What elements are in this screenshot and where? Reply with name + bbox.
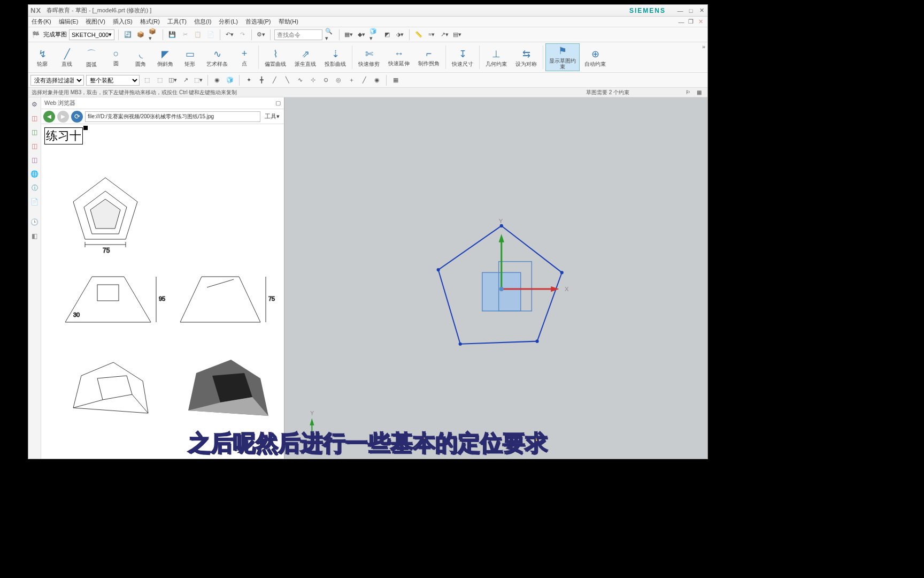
menu-help[interactable]: 帮助(H) [279, 18, 298, 26]
rail-web-icon[interactable]: 🌐 [30, 169, 40, 179]
rail-history-icon[interactable]: 🕒 [30, 217, 40, 227]
snap-icon-4[interactable]: ╲ [282, 75, 292, 86]
rail-part-nav-icon[interactable]: ◫ [30, 113, 40, 123]
finish-sketch-label[interactable]: 完成草图 [43, 31, 67, 39]
ribbon-圆角[interactable]: ◟圆角 [129, 43, 152, 71]
ribbon-快速延伸[interactable]: ↔快速延伸 [384, 43, 413, 71]
ft-icon-6[interactable]: ◉ [212, 75, 222, 86]
ribbon-偏置曲线[interactable]: ⌇偏置曲线 [261, 43, 290, 71]
tb-icon-clip[interactable]: ⬗▾ [395, 29, 405, 40]
snap-icon-3[interactable]: ╱ [269, 75, 280, 86]
ribbon-投影曲线[interactable]: ⇣投影曲线 [321, 43, 350, 71]
ft-icon-5[interactable]: ⬚▾ [193, 75, 204, 86]
tb-icon-measure[interactable]: 📏 [413, 29, 424, 40]
rail-reuse-icon[interactable]: ◫ [30, 155, 40, 165]
rail-info-icon[interactable]: ⓘ [30, 183, 40, 193]
panel-close-icon[interactable]: ▢ [275, 100, 281, 107]
ft-icon-7[interactable]: 🧊 [225, 75, 235, 86]
snap-icon-9[interactable]: ＋ [346, 75, 357, 86]
tb-icon-dim[interactable]: ↗▾ [439, 29, 450, 40]
menu-prefs[interactable]: 首选项(P) [245, 18, 271, 26]
ribbon-快速修剪[interactable]: ✄快速修剪 [355, 43, 383, 71]
menu-view[interactable]: 视图(V) [86, 18, 105, 26]
ribbon-显示草图约束[interactable]: ⚑显示草图约 束 [545, 43, 580, 71]
snap-icon-11[interactable]: ◉ [372, 75, 382, 86]
rail-sheet-icon[interactable]: 📄 [30, 197, 40, 207]
tb-icon-gear[interactable]: ⚙▾ [256, 29, 266, 40]
nav-back-button[interactable]: ◄ [43, 111, 55, 123]
menu-analysis[interactable]: 分析(L) [219, 18, 237, 26]
tb-icon-section[interactable]: ◩ [382, 29, 392, 40]
ribbon-派生直线[interactable]: ⇗派生直线 [291, 43, 320, 71]
tb-icon-3[interactable]: 📦▾ [148, 29, 159, 40]
ribbon-快速尺寸[interactable]: ↧快速尺寸 [448, 43, 477, 71]
snap-icon-7[interactable]: ⊙ [320, 75, 331, 86]
tb-icon-cube[interactable]: 🧊▾ [369, 29, 380, 40]
ribbon-label: 倒斜角 [157, 61, 173, 67]
rail-constraint-icon[interactable]: ◫ [30, 141, 40, 151]
ribbon-icon: ⌒ [87, 48, 96, 60]
ribbon-设为对称[interactable]: ⇆设为对称 [512, 43, 541, 71]
status-table-icon[interactable]: ▦ [694, 87, 704, 98]
menu-format[interactable]: 格式(R) [140, 18, 160, 26]
ft-icon-2[interactable]: ⬚ [155, 75, 165, 86]
selection-filter-dropdown[interactable]: 没有选择过滤器 [30, 75, 84, 86]
ribbon-overflow-icon[interactable]: » [702, 43, 705, 50]
ft-icon-1[interactable]: ⬚ [142, 75, 152, 86]
tb-icon-shade[interactable]: ◆▾ [356, 29, 367, 40]
browser-tools-dropdown[interactable]: 工具▾ [263, 112, 282, 120]
minimize-button[interactable]: — [676, 7, 684, 14]
maximize-button[interactable]: □ [687, 7, 695, 14]
ribbon-直线[interactable]: ╱直线 [55, 43, 79, 71]
rail-settings-icon[interactable]: ⚙ [30, 100, 40, 109]
snap-icon-6[interactable]: ⊹ [307, 75, 318, 86]
ribbon-圆[interactable]: ○圆 [104, 43, 128, 71]
tb-icon-layer[interactable]: ▤▾ [452, 29, 463, 40]
nav-forward-button[interactable]: ► [57, 111, 69, 123]
tb-icon-1[interactable]: 🔄 [122, 29, 133, 40]
tb-icon-layout[interactable]: ▦▾ [343, 29, 354, 40]
mdi-close[interactable]: ✕ [697, 18, 704, 26]
ribbon-艺术样条[interactable]: ∿艺术样条 [203, 43, 232, 71]
ribbon-圆弧[interactable]: ⌒圆弧 [80, 43, 103, 71]
ft-icon-3[interactable]: ◫▾ [167, 75, 178, 86]
undo-icon[interactable]: ↶▾ [224, 29, 235, 40]
ribbon-点[interactable]: +点 [233, 43, 256, 71]
mdi-restore[interactable]: ❐ [687, 18, 695, 26]
snap-icon-5[interactable]: ∿ [295, 75, 305, 86]
ribbon-倒斜角[interactable]: ◤倒斜角 [153, 43, 177, 71]
snap-icon-1[interactable]: ✦ [243, 75, 254, 86]
close-button[interactable]: ✕ [698, 7, 705, 14]
rail-assembly-icon[interactable]: ◫ [30, 127, 40, 137]
status-flag-icon[interactable]: 🏳 [683, 87, 694, 98]
tb-icon-analyze[interactable]: ≈▾ [426, 29, 437, 40]
menu-insert[interactable]: 插入(S) [113, 18, 133, 26]
menu-task[interactable]: 任务(K) [32, 18, 51, 26]
menu-edit[interactable]: 编辑(E) [59, 18, 79, 26]
snap-icon-2[interactable]: ╋ [256, 75, 267, 86]
scope-filter-dropdown[interactable]: 整个装配 [86, 75, 140, 86]
snap-icon-8[interactable]: ◎ [333, 75, 344, 86]
save-icon[interactable]: 💾 [167, 29, 178, 40]
ribbon-几何约束[interactable]: ⊥几何约束 [482, 43, 511, 71]
url-input[interactable] [85, 111, 260, 122]
ft-icon-4[interactable]: ↗ [180, 75, 191, 86]
sketch-canvas[interactable]: Y X Y [284, 97, 707, 459]
sketch-name-dropdown[interactable]: SKETCH_000 ▾ [69, 29, 114, 40]
tb-icon-2[interactable]: 📦 [135, 29, 146, 40]
mdi-minimize[interactable]: — [677, 18, 685, 26]
ribbon-自动约束[interactable]: ⊕自动约束 [581, 43, 610, 71]
command-search-input[interactable] [274, 29, 322, 40]
nav-refresh-button[interactable]: ⟳ [71, 111, 83, 123]
snap-icon-10[interactable]: ╱ [359, 75, 369, 86]
menu-tools[interactable]: 工具(T) [167, 18, 187, 26]
search-icon[interactable]: 🔍▾ [325, 29, 335, 40]
rail-roles-icon[interactable]: ◧ [30, 231, 40, 241]
ribbon-矩形[interactable]: ▭矩形 [178, 43, 202, 71]
ribbon-轮廓[interactable]: ↯轮廓 [30, 43, 54, 71]
menu-info[interactable]: 信息(I) [194, 18, 211, 26]
ft-icon-grid[interactable]: ▦ [390, 75, 401, 86]
status-bar: 选择对象并使用 MB3，双击，按下左键并拖动来移动，或按住 Ctrl 键和左键拖… [28, 88, 707, 97]
ribbon-制作拐角[interactable]: ⌐制作拐角 [414, 43, 443, 71]
finish-sketch-icon[interactable]: 🏁 [30, 29, 41, 40]
